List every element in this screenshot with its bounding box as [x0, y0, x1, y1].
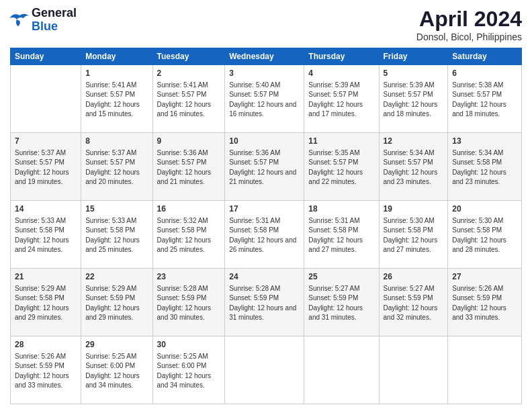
- day-number: 13: [452, 136, 517, 147]
- day-number: 26: [384, 271, 444, 283]
- logo-general: General: [32, 7, 77, 20]
- cell-info: Sunrise: 5:25 AMSunset: 6:00 PMDaylight:…: [85, 352, 148, 391]
- day-number: 19: [384, 203, 444, 215]
- cell-info: Sunrise: 5:41 AMSunset: 5:57 PMDaylight:…: [85, 81, 148, 120]
- cell-info: Sunrise: 5:36 AMSunset: 5:57 PMDaylight:…: [229, 148, 300, 187]
- logo-blue: Blue: [32, 20, 77, 34]
- calendar-subtitle: Donsol, Bicol, Philippines: [416, 32, 522, 42]
- cell-3-5: 18Sunrise: 5:31 AMSunset: 5:58 PMDayligh…: [304, 201, 379, 269]
- cell-1-5: 4Sunrise: 5:39 AMSunset: 5:57 PMDaylight…: [304, 65, 379, 133]
- cell-info: Sunrise: 5:25 AMSunset: 6:00 PMDaylight:…: [157, 352, 221, 391]
- cell-4-6: 26Sunrise: 5:27 AMSunset: 5:59 PMDayligh…: [379, 269, 448, 336]
- day-number: 22: [85, 271, 148, 283]
- cell-info: Sunrise: 5:34 AMSunset: 5:58 PMDaylight:…: [452, 148, 517, 187]
- cell-1-7: 6Sunrise: 5:38 AMSunset: 5:57 PMDaylight…: [448, 65, 522, 133]
- cell-2-2: 8Sunrise: 5:37 AMSunset: 5:57 PMDaylight…: [81, 133, 152, 201]
- calendar-title: April 2024: [416, 7, 522, 32]
- week-row-1: 1Sunrise: 5:41 AMSunset: 5:57 PMDaylight…: [11, 65, 522, 133]
- day-number: 7: [15, 136, 77, 147]
- cell-2-1: 7Sunrise: 5:37 AMSunset: 5:57 PMDaylight…: [11, 133, 81, 201]
- cell-info: Sunrise: 5:30 AMSunset: 5:58 PMDaylight:…: [452, 216, 517, 255]
- title-block: April 2024 Donsol, Bicol, Philippines: [416, 7, 522, 42]
- cell-info: Sunrise: 5:29 AMSunset: 5:58 PMDaylight:…: [15, 284, 77, 323]
- day-number: 11: [308, 136, 374, 147]
- cell-1-4: 3Sunrise: 5:40 AMSunset: 5:57 PMDaylight…: [225, 65, 304, 133]
- day-number: 12: [384, 136, 444, 147]
- cell-info: Sunrise: 5:26 AMSunset: 5:59 PMDaylight:…: [15, 352, 77, 391]
- day-number: 5: [384, 68, 444, 79]
- cell-2-5: 11Sunrise: 5:35 AMSunset: 5:57 PMDayligh…: [304, 133, 379, 201]
- cell-info: Sunrise: 5:28 AMSunset: 5:59 PMDaylight:…: [229, 284, 300, 323]
- week-row-3: 14Sunrise: 5:33 AMSunset: 5:58 PMDayligh…: [11, 201, 522, 269]
- cell-5-6: [379, 336, 448, 404]
- cell-5-5: [304, 336, 379, 404]
- day-number: 9: [157, 136, 221, 147]
- day-number: 15: [85, 203, 148, 215]
- day-number: 17: [229, 203, 300, 215]
- cell-info: Sunrise: 5:29 AMSunset: 5:59 PMDaylight:…: [85, 284, 148, 323]
- cell-2-4: 10Sunrise: 5:36 AMSunset: 5:57 PMDayligh…: [225, 133, 304, 201]
- cell-2-7: 13Sunrise: 5:34 AMSunset: 5:58 PMDayligh…: [448, 133, 522, 201]
- cell-info: Sunrise: 5:33 AMSunset: 5:58 PMDaylight:…: [85, 216, 148, 255]
- cell-info: Sunrise: 5:36 AMSunset: 5:57 PMDaylight:…: [157, 148, 221, 187]
- cell-3-1: 14Sunrise: 5:33 AMSunset: 5:58 PMDayligh…: [11, 201, 81, 269]
- cell-4-2: 22Sunrise: 5:29 AMSunset: 5:59 PMDayligh…: [81, 269, 152, 336]
- day-number: 25: [308, 271, 374, 283]
- cell-5-2: 29Sunrise: 5:25 AMSunset: 6:00 PMDayligh…: [81, 336, 152, 404]
- cell-info: Sunrise: 5:27 AMSunset: 5:59 PMDaylight:…: [384, 284, 444, 323]
- col-header-friday: Friday: [379, 48, 448, 65]
- logo: General Blue: [10, 7, 77, 34]
- cell-5-3: 30Sunrise: 5:25 AMSunset: 6:00 PMDayligh…: [152, 336, 225, 404]
- day-number: 2: [157, 68, 221, 79]
- day-number: 18: [308, 203, 374, 215]
- cell-info: Sunrise: 5:31 AMSunset: 5:58 PMDaylight:…: [229, 216, 300, 255]
- day-number: 24: [229, 271, 300, 283]
- cell-2-6: 12Sunrise: 5:34 AMSunset: 5:57 PMDayligh…: [379, 133, 448, 201]
- cell-info: Sunrise: 5:32 AMSunset: 5:58 PMDaylight:…: [157, 216, 221, 255]
- day-number: 21: [15, 271, 77, 283]
- logo-bird-icon: [10, 13, 29, 28]
- cell-info: Sunrise: 5:37 AMSunset: 5:57 PMDaylight:…: [85, 148, 148, 187]
- day-number: 23: [157, 271, 221, 283]
- header-row: SundayMondayTuesdayWednesdayThursdayFrid…: [11, 48, 522, 65]
- cell-3-4: 17Sunrise: 5:31 AMSunset: 5:58 PMDayligh…: [225, 201, 304, 269]
- cell-3-6: 19Sunrise: 5:30 AMSunset: 5:58 PMDayligh…: [379, 201, 448, 269]
- cell-4-5: 25Sunrise: 5:27 AMSunset: 5:59 PMDayligh…: [304, 269, 379, 336]
- cell-info: Sunrise: 5:34 AMSunset: 5:57 PMDaylight:…: [384, 148, 444, 187]
- header: General Blue April 2024 Donsol, Bicol, P…: [10, 7, 522, 42]
- cell-info: Sunrise: 5:26 AMSunset: 5:59 PMDaylight:…: [452, 284, 517, 323]
- col-header-saturday: Saturday: [448, 48, 522, 65]
- col-header-thursday: Thursday: [304, 48, 379, 65]
- cell-4-7: 27Sunrise: 5:26 AMSunset: 5:59 PMDayligh…: [448, 269, 522, 336]
- day-number: 30: [157, 339, 221, 351]
- cell-info: Sunrise: 5:39 AMSunset: 5:57 PMDaylight:…: [308, 81, 374, 120]
- cell-info: Sunrise: 5:39 AMSunset: 5:57 PMDaylight:…: [384, 81, 444, 120]
- cell-5-1: 28Sunrise: 5:26 AMSunset: 5:59 PMDayligh…: [11, 336, 81, 404]
- week-row-5: 28Sunrise: 5:26 AMSunset: 5:59 PMDayligh…: [11, 336, 522, 404]
- cell-info: Sunrise: 5:37 AMSunset: 5:57 PMDaylight:…: [15, 148, 77, 187]
- day-number: 16: [157, 203, 221, 215]
- cell-info: Sunrise: 5:28 AMSunset: 5:59 PMDaylight:…: [157, 284, 221, 323]
- cell-1-6: 5Sunrise: 5:39 AMSunset: 5:57 PMDaylight…: [379, 65, 448, 133]
- cell-info: Sunrise: 5:33 AMSunset: 5:58 PMDaylight:…: [15, 216, 77, 255]
- cell-info: Sunrise: 5:27 AMSunset: 5:59 PMDaylight:…: [308, 284, 374, 323]
- day-number: 8: [85, 136, 148, 147]
- day-number: 28: [15, 339, 77, 351]
- cell-4-1: 21Sunrise: 5:29 AMSunset: 5:58 PMDayligh…: [11, 269, 81, 336]
- week-row-2: 7Sunrise: 5:37 AMSunset: 5:57 PMDaylight…: [11, 133, 522, 201]
- cell-info: Sunrise: 5:41 AMSunset: 5:57 PMDaylight:…: [157, 81, 221, 120]
- calendar-table: SundayMondayTuesdayWednesdayThursdayFrid…: [10, 48, 522, 404]
- day-number: 4: [308, 68, 374, 79]
- cell-info: Sunrise: 5:30 AMSunset: 5:58 PMDaylight:…: [384, 216, 444, 255]
- day-number: 1: [85, 68, 148, 79]
- cell-4-4: 24Sunrise: 5:28 AMSunset: 5:59 PMDayligh…: [225, 269, 304, 336]
- cell-2-3: 9Sunrise: 5:36 AMSunset: 5:57 PMDaylight…: [152, 133, 225, 201]
- cell-1-2: 1Sunrise: 5:41 AMSunset: 5:57 PMDaylight…: [81, 65, 152, 133]
- col-header-sunday: Sunday: [11, 48, 81, 65]
- cell-1-1: [11, 65, 81, 133]
- day-number: 29: [85, 339, 148, 351]
- cell-3-7: 20Sunrise: 5:30 AMSunset: 5:58 PMDayligh…: [448, 201, 522, 269]
- cell-info: Sunrise: 5:38 AMSunset: 5:57 PMDaylight:…: [452, 81, 517, 120]
- day-number: 10: [229, 136, 300, 147]
- cell-5-7: [448, 336, 522, 404]
